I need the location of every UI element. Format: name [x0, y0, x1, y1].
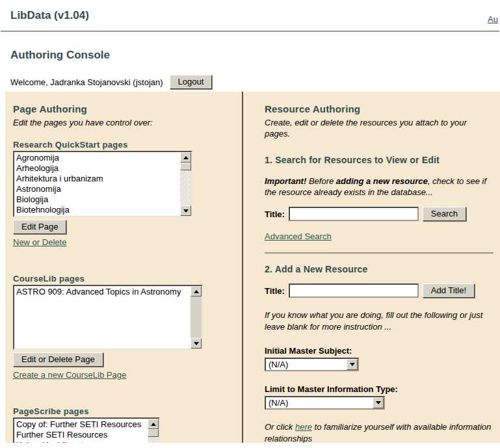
edit-page-button[interactable]: Edit Page: [13, 220, 66, 234]
pagescribe-label: PageScribe pages: [13, 406, 242, 416]
section-rule: [265, 252, 493, 254]
important-word: Important!: [265, 176, 306, 186]
dropdown-button[interactable]: [373, 397, 384, 408]
list-item[interactable]: Biologija: [14, 194, 180, 205]
authoring-panel: Page Authoring Edit the pages you have c…: [5, 92, 500, 443]
list-item[interactable]: Kako citirati literaturu: [14, 440, 148, 443]
list-item[interactable]: Astronomija: [14, 184, 180, 194]
courselib-group: CourseLib pages ASTRO 909: Advanced Topi…: [13, 274, 242, 380]
here-link[interactable]: here: [295, 422, 312, 432]
quickstart-listbox[interactable]: AgronomijaArheologijaArhitektura i urban…: [13, 151, 192, 217]
initial-master-subject-select[interactable]: (N/A): [265, 358, 359, 371]
pagescribe-group: PageScribe pages Copy of: Further SETI R…: [13, 406, 242, 443]
search-section-heading: 1. Search for Resources to View or Edit: [265, 155, 493, 165]
scroll-thumb[interactable]: [148, 429, 159, 437]
search-title-input[interactable]: [289, 207, 419, 221]
scroll-up-button[interactable]: [191, 286, 202, 296]
courselib-listbox[interactable]: ASTRO 909: Advanced Topics in Astronomy: [13, 285, 203, 350]
new-or-delete-link[interactable]: New or Delete: [13, 237, 66, 247]
add-title-input[interactable]: [289, 283, 419, 298]
chevron-down-icon: [376, 401, 381, 404]
quickstart-group: Research QuickStart pages AgronomijaArhe…: [13, 140, 242, 248]
scroll-track[interactable]: [148, 437, 159, 443]
advanced-search-link[interactable]: Advanced Search: [265, 231, 332, 241]
resource-authoring-subtitle: Create, edit or delete the resources you…: [265, 117, 493, 139]
list-item[interactable]: Biotehnologija: [14, 205, 180, 215]
list-item[interactable]: ASTRO 909: Advanced Topics in Astronomy: [14, 287, 191, 297]
pagescribe-scrollbar[interactable]: [148, 419, 159, 443]
add-section-heading: 2. Add a New Resource: [265, 264, 493, 274]
familiarize-note: Or click here to familiarize yourself wi…: [265, 421, 493, 443]
down-arrow-icon: [183, 209, 189, 213]
app-title: LibData (v1.04): [10, 9, 500, 22]
list-item[interactable]: Copy of: Further SETI Resources: [14, 419, 148, 430]
top-right-link[interactable]: Au: [488, 14, 498, 24]
courselib-scrollbar[interactable]: [191, 286, 202, 349]
pagescribe-list: Copy of: Further SETI ResourcesFurther S…: [14, 419, 148, 443]
scroll-down-button[interactable]: [180, 205, 191, 216]
page-title: Authoring Console: [10, 49, 500, 62]
page-authoring-column: Page Authoring Edit the pages you have c…: [5, 92, 242, 443]
edit-or-delete-page-button[interactable]: Edit or Delete Page: [13, 352, 103, 367]
pagescribe-listbox[interactable]: Copy of: Further SETI ResourcesFurther S…: [13, 417, 160, 443]
list-item[interactable]: Arheologija: [14, 163, 180, 174]
page-header: LibData (v1.04) Au Authoring Console Wel…: [0, 9, 500, 89]
resource-authoring-title: Resource Authoring: [265, 103, 493, 114]
selected-value: (N/A): [266, 397, 373, 408]
page-authoring-title: Page Authoring: [13, 103, 242, 114]
list-item[interactable]: Arhitektura i urbanizam: [14, 174, 180, 184]
search-button[interactable]: Search: [423, 207, 466, 221]
logout-button[interactable]: Logout: [170, 75, 213, 89]
scroll-up-button[interactable]: [180, 152, 191, 163]
resource-authoring-column: Resource Authoring Create, edit or delet…: [243, 92, 500, 443]
create-courselib-page-link[interactable]: Create a new CourseLib Page: [13, 370, 126, 380]
scroll-track[interactable]: [191, 296, 202, 338]
scroll-down-button[interactable]: [191, 338, 202, 349]
quickstart-scrollbar[interactable]: [180, 152, 191, 216]
scroll-up-button[interactable]: [148, 419, 159, 429]
header-rule: [1, 31, 499, 32]
search-title-row: Title: Search: [265, 207, 493, 221]
scroll-track[interactable]: [180, 170, 191, 205]
add-title-row: Title: Add Title!: [265, 283, 493, 298]
down-arrow-icon: [194, 342, 199, 345]
welcome-text: Welcome, Jadranka Stojanovski (jstojan): [10, 77, 163, 87]
search-title-label: Title:: [265, 209, 285, 219]
add-hint-text: If you know what you are doing, fill out…: [265, 310, 493, 333]
up-arrow-icon: [194, 290, 199, 293]
adding-resource-phrase: adding a new resource: [336, 176, 428, 186]
up-arrow-icon: [151, 423, 156, 426]
quickstart-list: AgronomijaArheologijaArhitektura i urban…: [14, 152, 180, 216]
chevron-down-icon: [350, 363, 355, 366]
limit-info-type-select[interactable]: (N/A): [265, 396, 385, 410]
page-authoring-subtitle: Edit the pages you have control over:: [13, 117, 242, 128]
list-item[interactable]: Further SETI Resources: [14, 430, 148, 440]
important-note: Important! Before adding a new resource,…: [265, 176, 493, 198]
dropdown-button[interactable]: [347, 359, 358, 370]
selected-value: (N/A): [266, 359, 347, 370]
initial-master-subject-label: Initial Master Subject:: [265, 346, 493, 356]
up-arrow-icon: [183, 156, 189, 159]
scroll-thumb[interactable]: [180, 163, 191, 170]
limit-info-type-label: Limit to Master Information Type:: [265, 384, 493, 394]
courselib-label: CourseLib pages: [13, 274, 242, 283]
add-title-button[interactable]: Add Title!: [423, 283, 475, 298]
quickstart-label: Research QuickStart pages: [13, 140, 242, 150]
courselib-list: ASTRO 909: Advanced Topics in Astronomy: [14, 286, 191, 349]
add-title-label: Title:: [265, 286, 285, 296]
list-item[interactable]: Agronomija: [14, 153, 180, 163]
